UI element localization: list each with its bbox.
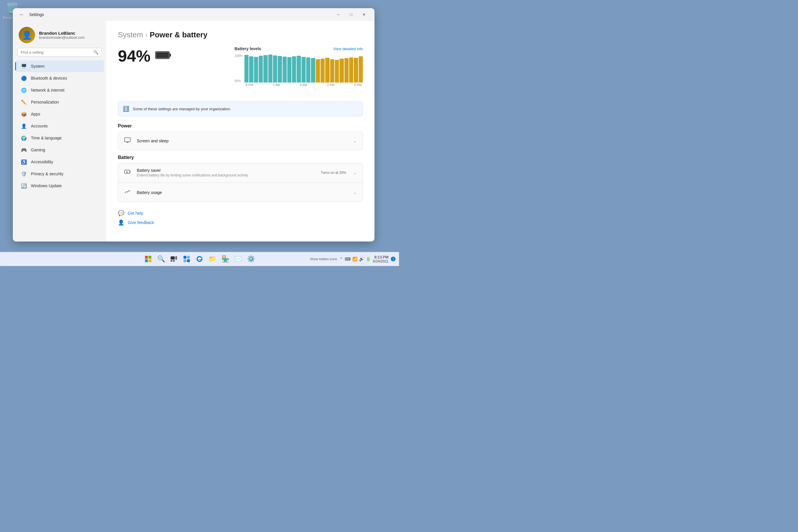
tray-keyboard[interactable]: ⌨ xyxy=(345,256,350,261)
battery-percentage: 94% xyxy=(118,46,171,65)
svg-rect-14 xyxy=(175,258,177,260)
sidebar-item-label: Accounts xyxy=(31,124,48,128)
info-icon: ℹ️ xyxy=(123,106,129,112)
battery-saver-text: Battery saver Extend battery life by lim… xyxy=(137,168,316,177)
back-button[interactable]: ← xyxy=(18,11,26,19)
battery-saver-value: Turns on at 20% xyxy=(321,171,346,175)
avatar: 👤 xyxy=(19,27,35,43)
breadcrumb-chevron: › xyxy=(146,32,148,38)
taskbar-explorer[interactable]: 📁 xyxy=(207,253,218,265)
sidebar-item-apps[interactable]: 📦 Apps xyxy=(15,108,104,120)
title-bar: ← Settings ─ □ ✕ xyxy=(13,8,375,21)
apps-icon: 📦 xyxy=(21,111,27,117)
sidebar-item-label: Network & internet xyxy=(31,88,64,93)
battery-saver-row[interactable]: Battery saver Extend battery life by lim… xyxy=(118,163,363,182)
tray-battery[interactable]: 🔋 xyxy=(366,256,371,261)
bar xyxy=(297,56,301,82)
sidebar-item-accessibility[interactable]: ♿ Accessibility xyxy=(15,156,104,168)
give-feedback-link[interactable]: 👤 Give feedback xyxy=(118,219,363,226)
battery-card: Battery saver Extend battery life by lim… xyxy=(118,163,363,202)
taskbar-right: Show hidden icons ⌃ ⌨ 📶 🔊 🔋 8:13 PM 6/24… xyxy=(310,255,396,263)
sidebar-item-bluetooth[interactable]: 🔵 Bluetooth & devices xyxy=(15,72,104,84)
minimize-button[interactable]: ─ xyxy=(332,10,344,19)
sidebar-item-system[interactable]: 🖥️ System xyxy=(15,60,104,72)
give-feedback-label: Give feedback xyxy=(128,220,154,225)
battery-usage-text: Battery usage xyxy=(137,190,348,195)
chart-link[interactable]: View detailed info xyxy=(333,47,363,51)
personalization-icon: ✏️ xyxy=(21,99,27,105)
taskbar-settings[interactable]: ⚙️ xyxy=(245,253,256,265)
network-icon: 🌐 xyxy=(21,87,27,93)
svg-rect-17 xyxy=(184,256,186,259)
x-label-8am: 8 AM xyxy=(300,83,307,87)
bluetooth-icon: 🔵 xyxy=(21,75,27,81)
taskbar-store[interactable]: 🏪 xyxy=(219,253,231,265)
get-help-link[interactable]: 💬 Get help xyxy=(118,210,363,216)
clock-area[interactable]: 8:13 PM 6/24/2021 xyxy=(373,255,388,263)
chart-title: Battery levels xyxy=(234,46,261,51)
battery-usage-row[interactable]: Battery usage ⌄ xyxy=(118,184,363,202)
svg-rect-15 xyxy=(171,260,172,262)
svg-rect-19 xyxy=(184,259,186,262)
sidebar-item-label: Gaming xyxy=(31,148,45,152)
svg-rect-2 xyxy=(156,52,169,58)
breadcrumb-parent[interactable]: System xyxy=(118,30,143,39)
power-section-label: Power xyxy=(118,124,363,129)
bar xyxy=(302,57,306,82)
bar xyxy=(292,56,296,82)
taskbar-edge[interactable] xyxy=(194,253,205,265)
time-icon: 🌍 xyxy=(21,135,27,141)
search-input[interactable] xyxy=(21,50,91,55)
taskbar-task-view[interactable] xyxy=(168,253,180,265)
taskbar-search[interactable]: 🔍 xyxy=(155,253,167,265)
content-area: System › Power & battery 94% xyxy=(106,21,375,242)
x-label-2am: 2 AM xyxy=(273,83,280,87)
search-icon: 🔍 xyxy=(93,50,98,55)
taskbar-mail[interactable]: ✉️ xyxy=(232,253,244,265)
sidebar-item-network[interactable]: 🌐 Network & internet xyxy=(15,84,104,96)
profile-section[interactable]: 👤 Brandon LeBlanc brandoninsider@outlook… xyxy=(13,21,106,48)
maximize-button[interactable]: □ xyxy=(345,10,357,19)
tray-wifi[interactable]: 📶 xyxy=(352,256,357,261)
notification-badge[interactable]: 1 xyxy=(391,256,396,261)
bar xyxy=(311,58,315,82)
profile-name: Brandon LeBlanc xyxy=(39,31,84,36)
privacy-icon: 🛡️ xyxy=(21,171,27,177)
battery-saver-chevron: ⌄ xyxy=(353,170,357,175)
sidebar-item-personalization[interactable]: ✏️ Personalization xyxy=(15,96,104,108)
chart-header: Battery levels View detailed info xyxy=(234,46,363,51)
battery-saver-icon xyxy=(124,168,132,177)
desktop: 🗑️ Recycle Bin ← Settings ─ □ ✕ 👤 xyxy=(0,0,399,266)
sidebar-item-time[interactable]: 🌍 Time & language xyxy=(15,132,104,144)
svg-rect-7 xyxy=(130,171,130,173)
search-box[interactable]: 🔍 xyxy=(18,48,101,57)
get-help-label: Get help xyxy=(128,211,143,215)
sidebar-item-update[interactable]: 🔄 Windows Update xyxy=(15,180,104,192)
svg-rect-3 xyxy=(125,138,130,142)
taskbar-widgets[interactable] xyxy=(181,253,192,265)
sidebar-item-gaming[interactable]: 🎮 Gaming xyxy=(15,144,104,156)
sidebar-item-accounts[interactable]: 👤 Accounts xyxy=(15,120,104,132)
screen-sleep-icon xyxy=(124,136,132,145)
hidden-icons-label[interactable]: Show hidden icons xyxy=(310,257,337,261)
screen-sleep-title: Screen and sleep xyxy=(137,138,348,143)
battery-usage-title: Battery usage xyxy=(137,190,348,195)
bar xyxy=(349,57,353,82)
taskbar-start[interactable] xyxy=(142,253,154,265)
chart-labels: 8 PM 2 AM 8 AM 2 PM 8 PM xyxy=(244,83,363,87)
bar xyxy=(254,57,258,82)
info-text: Some of these settings are managed by yo… xyxy=(133,107,231,111)
svg-rect-6 xyxy=(125,170,130,173)
x-label-2pm: 2 PM xyxy=(327,83,335,87)
accessibility-icon: ♿ xyxy=(21,159,27,165)
bar xyxy=(354,58,358,82)
card-divider xyxy=(118,183,363,183)
bar xyxy=(263,55,267,82)
tray-chevron[interactable]: ⌃ xyxy=(340,256,343,261)
y-label-100: 100% xyxy=(234,54,243,57)
help-section: 💬 Get help 👤 Give feedback xyxy=(118,210,363,226)
tray-speaker[interactable]: 🔊 xyxy=(359,256,364,261)
screen-sleep-row[interactable]: Screen and sleep ⌄ xyxy=(118,132,363,150)
sidebar-item-privacy[interactable]: 🛡️ Privacy & security xyxy=(15,168,104,180)
close-button[interactable]: ✕ xyxy=(358,10,370,19)
